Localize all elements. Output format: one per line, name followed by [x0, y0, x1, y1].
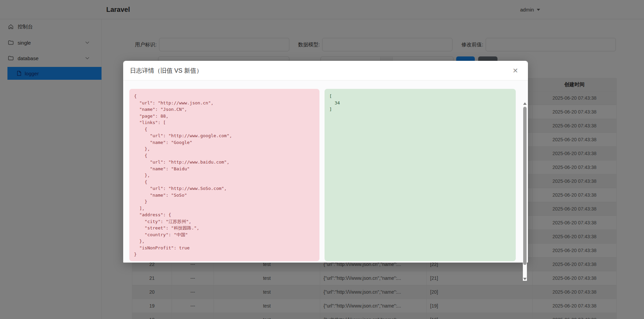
- new-value-panel: [ 34 ]: [325, 89, 516, 261]
- scroll-down-icon[interactable]: [523, 278, 527, 280]
- scrollbar-thumb[interactable]: [523, 107, 527, 265]
- modal-title: 日志详情（旧值 VS 新值）: [130, 61, 202, 80]
- scroll-up-icon[interactable]: [523, 102, 527, 105]
- old-value-panel: { "url": "http://www.json.cn", "name": "…: [129, 89, 319, 261]
- app-window: Laravel admin 控制台 single databas: [0, 0, 644, 319]
- log-detail-modal: 日志详情（旧值 VS 新值） ✕ { "url": "http://www.js…: [123, 61, 528, 263]
- new-value-json: [ 34 ]: [325, 89, 516, 117]
- close-icon[interactable]: ✕: [511, 66, 520, 75]
- modal-body: { "url": "http://www.json.cn", "name": "…: [123, 80, 528, 263]
- modal-header: 日志详情（旧值 VS 新值） ✕: [123, 61, 528, 80]
- old-value-json: { "url": "http://www.json.cn", "name": "…: [129, 89, 319, 261]
- modal-scrollbar[interactable]: [523, 102, 527, 281]
